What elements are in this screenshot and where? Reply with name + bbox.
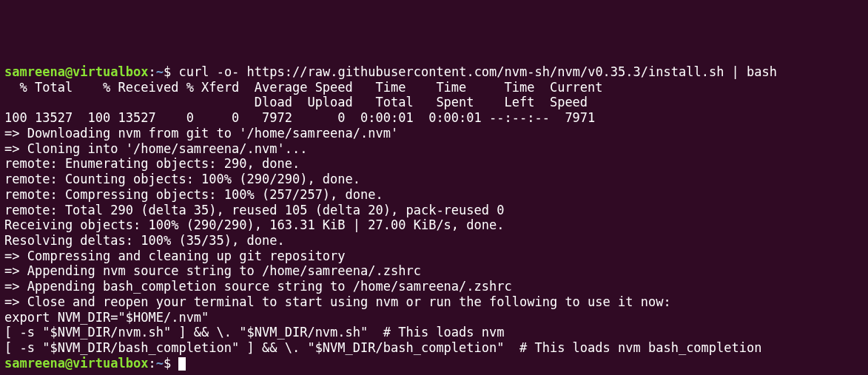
- prompt-sep: :: [148, 356, 155, 371]
- prompt-path: ~: [156, 64, 164, 79]
- prompt-dollar: $: [164, 356, 171, 371]
- output-line: => Appending bash_completion source stri…: [4, 279, 864, 294]
- output-line: => Appending nvm source string to /home/…: [4, 263, 864, 279]
- output-line: Receiving objects: 100% (290/290), 163.3…: [4, 217, 864, 233]
- terminal-output[interactable]: samreena@virtualbox:~$ curl -o- https://…: [4, 64, 864, 371]
- prompt-user-host: samreena@virtualbox: [4, 356, 148, 371]
- output-line: remote: Counting objects: 100% (290/290)…: [4, 172, 864, 187]
- output-line: => Cloning into '/home/samreena/.nvm'...: [4, 141, 864, 157]
- output-line: export NVM_DIR="$HOME/.nvm": [4, 310, 864, 325]
- prompt-user-host: samreena@virtualbox: [4, 64, 148, 79]
- output-line: remote: Compressing objects: 100% (257/2…: [4, 187, 864, 203]
- prompt-dollar: $: [164, 64, 171, 79]
- prompt-sep: :: [148, 64, 155, 79]
- output-line: => Close and reopen your terminal to sta…: [4, 294, 864, 310]
- output-line: => Compressing and cleaning up git repos…: [4, 249, 864, 264]
- output-line: [ -s "$NVM_DIR/nvm.sh" ] && \. "$NVM_DIR…: [4, 325, 864, 340]
- cursor-icon: [178, 357, 186, 371]
- output-line: Resolving deltas: 100% (35/35), done.: [4, 233, 864, 249]
- output-line: remote: Total 290 (delta 35), reused 105…: [4, 203, 864, 218]
- output-line: [ -s "$NVM_DIR/bash_completion" ] && \. …: [4, 340, 864, 356]
- output-line: 100 13527 100 13527 0 0 7972 0 0:00:01 0…: [4, 110, 864, 126]
- prompt-line[interactable]: samreena@virtualbox:~$: [4, 356, 864, 371]
- output-line: Dload Upload Total Spent Left Speed: [4, 95, 864, 110]
- prompt-path: ~: [156, 356, 164, 371]
- output-line: remote: Enumerating objects: 290, done.: [4, 156, 864, 172]
- output-line: % Total % Received % Xferd Average Speed…: [4, 80, 864, 95]
- command-line: samreena@virtualbox:~$ curl -o- https://…: [4, 64, 864, 80]
- output-line: => Downloading nvm from git to '/home/sa…: [4, 126, 864, 141]
- entered-command: curl -o- https://raw.githubusercontent.c…: [178, 64, 777, 79]
